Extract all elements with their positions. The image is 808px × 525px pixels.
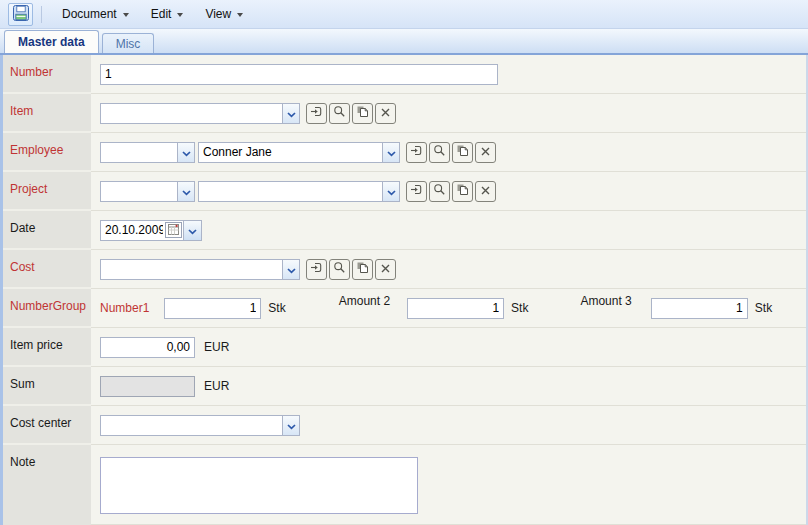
clear-button[interactable] bbox=[375, 259, 396, 280]
row-note: Note bbox=[3, 445, 806, 525]
cost-center-input[interactable] bbox=[101, 416, 282, 435]
calendar-icon bbox=[168, 223, 179, 238]
sum-input bbox=[100, 376, 195, 397]
dropdown-button[interactable] bbox=[177, 182, 194, 201]
arrow-into-box-icon bbox=[410, 183, 423, 199]
x-icon bbox=[480, 184, 491, 199]
number1-unit: Stk bbox=[268, 301, 285, 315]
amount3-unit: Stk bbox=[755, 301, 772, 315]
tab-master-data[interactable]: Master data bbox=[4, 30, 99, 53]
employee-code-input[interactable] bbox=[101, 143, 177, 162]
number-group-label: NumberGroup bbox=[3, 289, 91, 328]
chevron-down-icon bbox=[287, 104, 296, 122]
employee-name-input[interactable] bbox=[199, 143, 382, 162]
search-button[interactable] bbox=[429, 181, 450, 202]
menu-edit[interactable]: Edit bbox=[140, 2, 195, 26]
chevron-down-icon bbox=[387, 182, 396, 200]
note-textarea[interactable] bbox=[100, 457, 418, 514]
employee-code-combobox[interactable] bbox=[100, 142, 195, 163]
arrow-into-box-icon bbox=[310, 105, 323, 121]
search-icon bbox=[433, 183, 446, 199]
project-code-input[interactable] bbox=[101, 182, 177, 201]
cost-combobox[interactable] bbox=[100, 259, 300, 280]
open-record-button[interactable] bbox=[406, 142, 427, 163]
clear-button[interactable] bbox=[475, 142, 496, 163]
item-label: Item bbox=[3, 94, 91, 133]
menu-document[interactable]: Document bbox=[51, 2, 140, 26]
cost-center-combobox[interactable] bbox=[100, 415, 300, 436]
row-number: Number bbox=[3, 55, 806, 94]
menu-view[interactable]: View bbox=[194, 2, 254, 26]
item-combobox[interactable] bbox=[100, 103, 300, 124]
page-copy-icon bbox=[456, 183, 469, 199]
form-panel: Number Item bbox=[0, 55, 808, 525]
new-record-button[interactable] bbox=[452, 142, 473, 163]
open-record-button[interactable] bbox=[306, 103, 327, 124]
dropdown-button[interactable] bbox=[282, 416, 299, 435]
chevron-down-icon bbox=[237, 13, 243, 17]
search-icon bbox=[433, 144, 446, 160]
new-record-button[interactable] bbox=[352, 103, 373, 124]
cost-label: Cost bbox=[3, 250, 91, 289]
number-input[interactable] bbox=[100, 64, 498, 85]
date-input[interactable] bbox=[101, 223, 165, 237]
amount2-unit: Stk bbox=[511, 301, 528, 315]
row-sum: Sum EUR bbox=[3, 367, 806, 406]
save-button[interactable] bbox=[8, 3, 33, 26]
note-label: Note bbox=[3, 445, 91, 525]
app-window: Document Edit View Master data Misc Numb… bbox=[0, 0, 808, 525]
menu-view-label: View bbox=[205, 7, 231, 21]
open-record-button[interactable] bbox=[306, 259, 327, 280]
item-price-input[interactable] bbox=[100, 337, 195, 358]
sum-label: Sum bbox=[3, 367, 91, 406]
page-copy-icon bbox=[456, 144, 469, 160]
search-button[interactable] bbox=[329, 259, 350, 280]
menu-edit-label: Edit bbox=[151, 7, 172, 21]
tab-strip: Master data Misc bbox=[0, 29, 808, 55]
row-project: Project bbox=[3, 172, 806, 211]
row-cost-center: Cost center bbox=[3, 406, 806, 445]
dropdown-button[interactable] bbox=[177, 143, 194, 162]
dropdown-button[interactable] bbox=[282, 104, 299, 123]
chevron-down-icon bbox=[182, 182, 191, 200]
open-record-button[interactable] bbox=[406, 181, 427, 202]
project-code-combobox[interactable] bbox=[100, 181, 195, 202]
arrow-into-box-icon bbox=[410, 144, 423, 160]
tab-misc[interactable]: Misc bbox=[102, 33, 155, 53]
x-icon bbox=[380, 106, 391, 121]
x-icon bbox=[480, 145, 491, 160]
cost-combobox-input[interactable] bbox=[101, 260, 282, 279]
search-icon bbox=[333, 105, 346, 121]
row-cost: Cost bbox=[3, 250, 806, 289]
toolbar-separator bbox=[41, 6, 42, 23]
clear-button[interactable] bbox=[475, 181, 496, 202]
new-record-button[interactable] bbox=[352, 259, 373, 280]
new-record-button[interactable] bbox=[452, 181, 473, 202]
date-dropdown-button[interactable] bbox=[184, 220, 202, 241]
item-combobox-input[interactable] bbox=[101, 104, 282, 123]
number1-input[interactable] bbox=[164, 298, 261, 319]
project-name-combobox[interactable] bbox=[198, 181, 400, 202]
row-item: Item bbox=[3, 94, 806, 133]
dropdown-button[interactable] bbox=[382, 182, 399, 201]
dropdown-button[interactable] bbox=[282, 260, 299, 279]
project-name-input[interactable] bbox=[199, 182, 382, 201]
arrow-into-box-icon bbox=[310, 261, 323, 277]
search-icon bbox=[333, 261, 346, 277]
employee-name-combobox[interactable] bbox=[198, 142, 400, 163]
amount2-input[interactable] bbox=[407, 298, 504, 319]
date-field[interactable] bbox=[100, 220, 184, 241]
toolbar: Document Edit View bbox=[0, 0, 808, 29]
menu-document-label: Document bbox=[62, 7, 117, 21]
search-button[interactable] bbox=[329, 103, 350, 124]
chevron-down-icon bbox=[188, 223, 197, 238]
cost-center-label: Cost center bbox=[3, 406, 91, 445]
clear-button[interactable] bbox=[375, 103, 396, 124]
save-icon bbox=[12, 4, 30, 25]
calendar-button[interactable] bbox=[165, 222, 182, 238]
search-button[interactable] bbox=[429, 142, 450, 163]
page-copy-icon bbox=[356, 261, 369, 277]
dropdown-button[interactable] bbox=[382, 143, 399, 162]
amount3-input[interactable] bbox=[651, 298, 748, 319]
sum-unit: EUR bbox=[204, 379, 229, 393]
